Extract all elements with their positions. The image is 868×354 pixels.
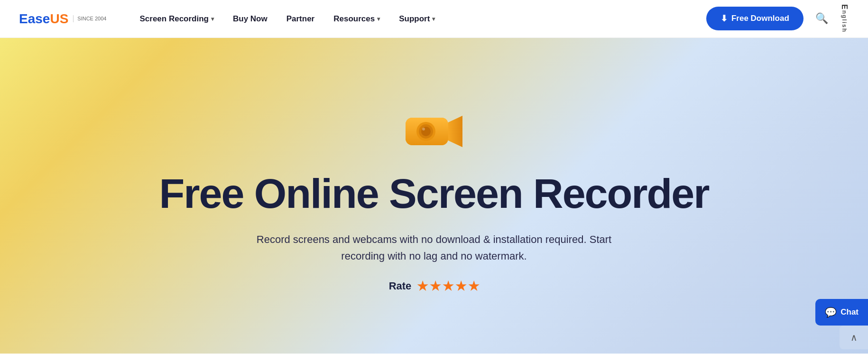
logo-ease: Ease <box>19 11 50 26</box>
chevron-down-icon: ▾ <box>377 16 380 22</box>
chevron-down-icon: ▾ <box>432 16 435 22</box>
search-icon: 🔍 <box>815 12 828 24</box>
nav-links: Screen Recording ▾ Buy Now Partner Resou… <box>130 0 706 38</box>
svg-point-5 <box>422 128 425 130</box>
logo-since: SINCE 2004 <box>73 15 106 22</box>
scroll-to-top-button[interactable]: ∧ <box>840 326 868 349</box>
chevron-down-icon: ▾ <box>211 16 214 22</box>
chevron-up-icon: ∧ <box>850 332 858 343</box>
star-3: ★ <box>443 279 453 294</box>
download-icon: ⬇ <box>720 13 728 24</box>
rating-label: Rate <box>389 280 412 292</box>
hero-title: Free Online Screen Recorder <box>159 171 709 217</box>
camera-icon <box>403 107 465 157</box>
nav-item-resources[interactable]: Resources ▾ <box>324 0 389 38</box>
nav-item-partner[interactable]: Partner <box>277 0 324 38</box>
nav-item-screen-recording[interactable]: Screen Recording ▾ <box>130 0 223 38</box>
star-2: ★ <box>430 279 441 294</box>
stars: ★ ★ ★ ★ ★ <box>417 279 479 294</box>
search-button[interactable]: 🔍 <box>813 10 831 27</box>
nav-actions: ⬇ Free Download 🔍 English <box>706 4 849 33</box>
language-selector[interactable]: English <box>840 4 849 33</box>
hero-subtitle: Record screens and webcams with no downl… <box>244 231 624 264</box>
rating-row: Rate ★ ★ ★ ★ ★ <box>389 279 480 294</box>
nav-item-support[interactable]: Support ▾ <box>389 0 444 38</box>
hero-section: Free Online Screen Recorder Record scree… <box>0 38 868 354</box>
navbar: EaseUS SINCE 2004 Screen Recording ▾ Buy… <box>0 0 868 38</box>
logo[interactable]: EaseUS SINCE 2004 <box>19 11 106 27</box>
chat-button[interactable]: 💬 Chat <box>815 299 868 326</box>
star-1: ★ <box>417 279 428 294</box>
star-4: ★ <box>455 279 466 294</box>
star-5: ★ <box>468 279 479 294</box>
nav-item-buy-now[interactable]: Buy Now <box>223 0 277 38</box>
svg-marker-7 <box>448 116 462 147</box>
logo-text: EaseUS <box>19 11 68 27</box>
chat-icon: 💬 <box>825 307 837 318</box>
free-download-button[interactable]: ⬇ Free Download <box>706 7 803 30</box>
logo-us: US <box>50 11 68 26</box>
